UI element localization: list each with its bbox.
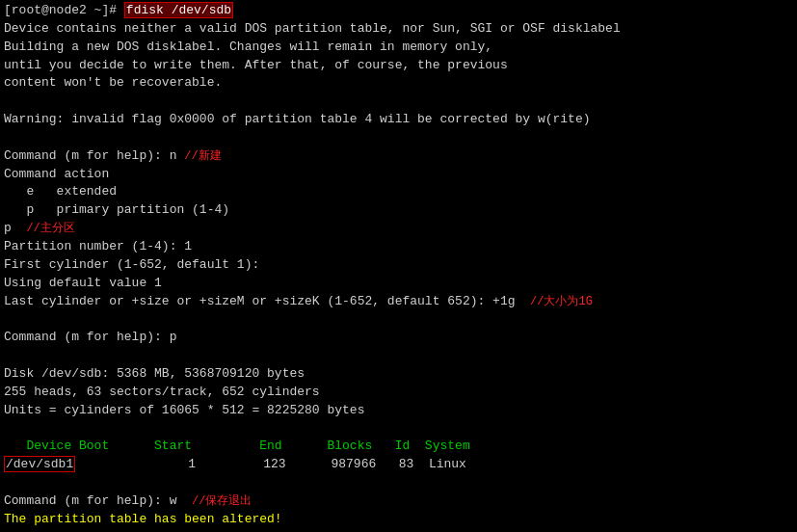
line-heads: 255 heads, 63 sectors/track, 652 cylinde… <box>4 384 793 402</box>
prompt-line: [root@node2 ~]# fdisk /dev/sdb <box>4 2 793 20</box>
line-3: until you decide to write them. After th… <box>4 57 793 75</box>
cmd-n-text: Command (m for help): n <box>4 148 184 163</box>
line-cmd-action: Command action <box>4 166 793 184</box>
device-sdb1: /dev/sdb1 <box>4 456 75 472</box>
annotation-save: //保存退出 <box>192 494 252 508</box>
line-p-main: p //主分区 <box>4 220 793 238</box>
line-2: Building a new DOS disklabel. Changes wi… <box>4 39 793 57</box>
line-disk-info: Disk /dev/sdb: 5368 MB, 5368709120 bytes <box>4 365 793 384</box>
annotation-size: //大小为1G <box>530 295 593 308</box>
line-last-cyl: Last cylinder or +size or +sizeM or +siz… <box>4 293 793 311</box>
blank-3 <box>4 310 793 329</box>
blank-4 <box>4 347 793 365</box>
line-default-val: Using default value 1 <box>4 275 793 293</box>
line-1: Device contains neither a valid DOS part… <box>4 20 793 39</box>
blank-5 <box>4 419 793 438</box>
annotation-new: //新建 <box>184 149 221 163</box>
line-warning: Warning: invalid flag 0x0000 of partitio… <box>4 111 793 129</box>
p-text: p <box>4 221 26 235</box>
line-first-cyl: First cylinder (1-652, default 1): <box>4 256 793 275</box>
blank-2 <box>4 129 793 147</box>
prompt-text: [root@node2 ~]# <box>4 3 124 17</box>
line-command-n: Command (m for help): n //新建 <box>4 147 793 166</box>
blank-6 <box>4 474 793 492</box>
table-data-row: /dev/sdb1 1 123 987966 83 Linux <box>4 456 793 474</box>
line-primary: p primary partition (1-4) <box>4 201 793 220</box>
line-partnum: Partition number (1-4): 1 <box>4 238 793 256</box>
cmd-w-text: Command (m for help): w <box>4 493 192 508</box>
line-cmd-p: Command (m for help): p <box>4 329 793 347</box>
last-cyl-text: Last cylinder or +size or +sizeM or +siz… <box>4 294 530 308</box>
table-row-data: 1 123 987966 83 Linux <box>75 457 466 471</box>
fdisk-command: fdisk /dev/sdb <box>124 2 233 18</box>
line-extended: e extended <box>4 183 793 201</box>
annotation-primary: //主分区 <box>26 222 74 235</box>
terminal: [root@node2 ~]# fdisk /dev/sdb Device co… <box>0 0 797 532</box>
blank-1 <box>4 93 793 111</box>
line-4: content won't be recoverable. <box>4 74 793 93</box>
line-units: Units = cylinders of 16065 * 512 = 82252… <box>4 402 793 420</box>
line-cmd-w: Command (m for help): w //保存退出 <box>4 492 793 511</box>
line-bottom: The partition table has been altered! <box>4 511 793 529</box>
table-header-row: Device Boot Start End Blocks Id System <box>4 438 793 456</box>
